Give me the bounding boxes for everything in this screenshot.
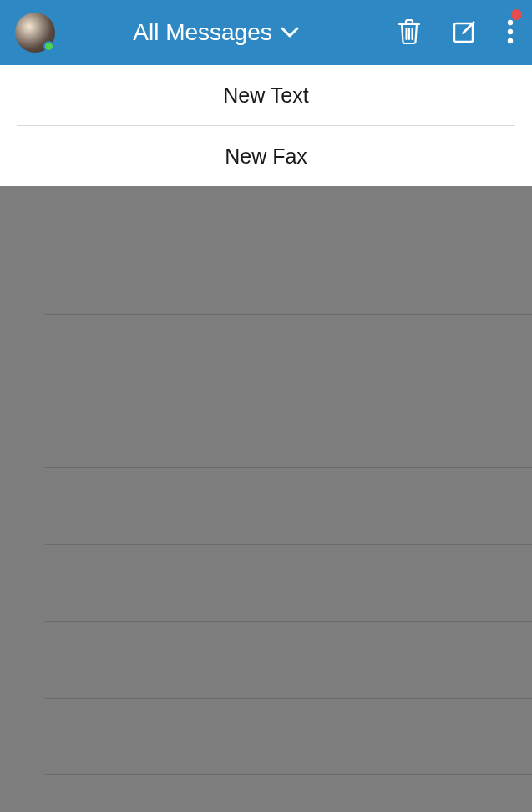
compose-menu: New Text New Fax — [0, 65, 532, 186]
page-title: All Messages — [133, 19, 272, 46]
menu-item-label: New Text — [223, 83, 308, 108]
list-item[interactable] — [45, 545, 532, 622]
profile-avatar[interactable] — [15, 13, 55, 53]
header-actions — [393, 15, 517, 51]
more-menu-button[interactable] — [504, 16, 517, 50]
delete-button[interactable] — [393, 15, 425, 51]
list-item[interactable] — [45, 391, 532, 468]
chevron-down-icon — [281, 27, 299, 38]
compose-icon — [452, 19, 477, 47]
title-dropdown[interactable]: All Messages — [38, 19, 393, 46]
compose-button[interactable] — [448, 16, 480, 50]
list-item[interactable] — [45, 315, 532, 391]
svg-point-3 — [508, 38, 513, 43]
menu-item-new-text[interactable]: New Text — [0, 65, 532, 125]
trash-icon — [397, 18, 422, 48]
list-item[interactable] — [45, 699, 532, 775]
menu-item-new-fax[interactable]: New Fax — [0, 126, 532, 186]
list-item[interactable] — [45, 238, 532, 315]
list-item[interactable] — [45, 468, 532, 545]
svg-point-2 — [508, 28, 513, 33]
more-vertical-icon — [507, 19, 514, 47]
presence-indicator — [43, 41, 54, 52]
svg-point-1 — [508, 19, 513, 24]
app-header: All Messages — [0, 0, 532, 65]
menu-item-label: New Fax — [225, 144, 307, 169]
message-list — [0, 186, 532, 812]
list-item[interactable] — [45, 622, 532, 699]
notification-badge — [511, 9, 522, 20]
list-item[interactable] — [45, 775, 532, 812]
